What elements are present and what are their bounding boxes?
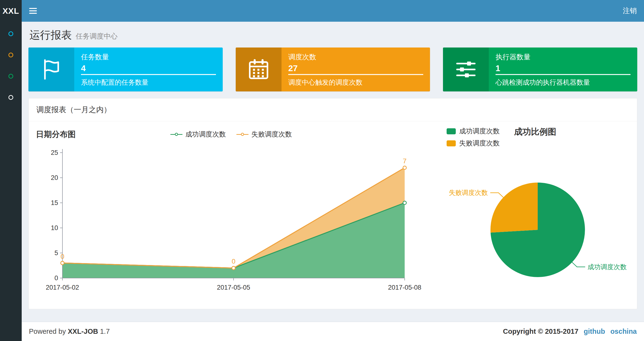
svg-text:5: 5 — [54, 249, 58, 257]
info-box-jobs: 任务数量 4 系统中配置的任务数量 — [28, 48, 223, 91]
powered-by: Powered by XXL-JOB 1.7 — [29, 327, 110, 335]
legend-item-success[interactable]: 成功调度次数 — [170, 130, 226, 139]
hamburger-icon — [29, 10, 37, 11]
svg-text:10: 10 — [51, 224, 58, 231]
svg-text:0: 0 — [232, 257, 236, 265]
info-box-row: 任务数量 4 系统中配置的任务数量 — [22, 48, 644, 91]
date-distribution-section: 日期分布图 成功调度次数 失败调度次数 05101520252017-05-02… — [36, 126, 426, 299]
info-box-description: 系统中配置的任务数量 — [81, 78, 216, 87]
swatch-icon — [446, 128, 456, 134]
content-area: 运行报表 任务调度中心 任务数量 4 系统中配置的任务数量 — [22, 22, 644, 322]
progress-bar — [496, 74, 630, 75]
github-link[interactable]: github — [584, 327, 605, 335]
page-title: 运行报表 — [30, 28, 72, 42]
info-box-value: 27 — [288, 64, 423, 73]
sidebar-item-3[interactable] — [0, 66, 22, 87]
line-chart-title: 日期分布图 — [36, 129, 76, 140]
info-box-value: 1 — [496, 64, 630, 73]
circle-icon — [8, 53, 13, 57]
info-box-value: 4 — [81, 64, 216, 73]
svg-text:失败调度次数: 失败调度次数 — [449, 189, 488, 196]
legend-item-failure[interactable]: 失败调度次数 — [236, 130, 292, 139]
page-header: 运行报表 任务调度中心 — [22, 22, 644, 48]
footer: Powered by XXL-JOB 1.7 Copyright © 2015-… — [22, 322, 644, 341]
legend-item-failure[interactable]: 失败调度次数 — [446, 139, 500, 148]
svg-text:7: 7 — [403, 157, 406, 165]
info-box-executors: 执行器数量 1 心跳检测成功的执行器机器数量 — [443, 48, 637, 91]
sidebar-item-4[interactable] — [0, 87, 22, 108]
info-box-title: 调度次数 — [288, 52, 423, 62]
swatch-icon — [446, 140, 456, 146]
date-distribution-chart: 05101520252017-05-022017-05-052017-05-08… — [36, 143, 426, 297]
legend-item-success[interactable]: 成功调度次数 — [446, 127, 500, 136]
svg-text:25: 25 — [51, 149, 58, 156]
svg-text:15: 15 — [51, 199, 58, 206]
svg-text:0: 0 — [60, 253, 64, 260]
oschina-link[interactable]: oschina — [610, 327, 637, 335]
copyright-text: Copyright © 2015-2017 — [503, 327, 578, 335]
circle-icon — [8, 74, 13, 79]
page-subtitle: 任务调度中心 — [76, 32, 118, 41]
top-navbar: XXL 注销 — [0, 0, 644, 22]
progress-bar — [81, 74, 216, 75]
sidebar-item-1[interactable] — [0, 23, 22, 44]
svg-text:0: 0 — [54, 274, 58, 282]
svg-text:成功调度次数: 成功调度次数 — [588, 263, 627, 271]
circle-icon — [8, 95, 13, 100]
panel-title: 调度报表（一月之内） — [29, 98, 637, 121]
success-ratio-section: 成功调度次数 失败调度次数 成功比例图 成功调度次数失败调度次数 — [426, 126, 630, 299]
hamburger-icon — [29, 13, 37, 14]
pie-chart-title: 成功比例图 — [514, 126, 556, 137]
legend-label: 失败调度次数 — [252, 130, 292, 139]
svg-text:20: 20 — [51, 174, 58, 181]
success-ratio-pie-chart: 成功调度次数失败调度次数 — [426, 150, 630, 299]
legend-label: 成功调度次数 — [185, 130, 226, 139]
svg-text:2017-05-02: 2017-05-02 — [46, 284, 79, 291]
line-marker-icon — [236, 134, 248, 135]
flag-icon — [28, 48, 74, 91]
report-panel: 调度报表（一月之内） 日期分布图 成功调度次数 失败调度次数 — [28, 98, 637, 309]
info-box-title: 执行器数量 — [496, 52, 630, 62]
info-box-triggers: 调度次数 27 调度中心触发的调度次数 — [236, 48, 430, 91]
circle-icon — [8, 31, 13, 36]
progress-bar — [288, 74, 423, 75]
sidebar-toggle-button[interactable] — [22, 0, 44, 22]
hamburger-icon — [29, 8, 37, 9]
sidebar — [0, 22, 22, 341]
app-logo[interactable]: XXL — [0, 0, 22, 22]
svg-text:2017-05-08: 2017-05-08 — [388, 284, 421, 291]
line-marker-icon — [170, 134, 182, 135]
line-chart-legend: 成功调度次数 失败调度次数 — [170, 130, 292, 139]
pie-chart-legend: 成功调度次数 失败调度次数 — [446, 126, 500, 148]
info-box-title: 任务数量 — [81, 52, 216, 62]
sidebar-item-2[interactable] — [0, 44, 22, 66]
svg-text:2017-05-05: 2017-05-05 — [217, 284, 250, 291]
legend-label: 成功调度次数 — [459, 127, 500, 136]
legend-label: 失败调度次数 — [459, 139, 500, 148]
info-box-description: 调度中心触发的调度次数 — [288, 78, 423, 87]
info-box-description: 心跳检测成功的执行器机器数量 — [496, 78, 630, 87]
sliders-icon — [443, 48, 489, 91]
calendar-icon — [236, 48, 282, 91]
logout-link[interactable]: 注销 — [616, 0, 644, 22]
